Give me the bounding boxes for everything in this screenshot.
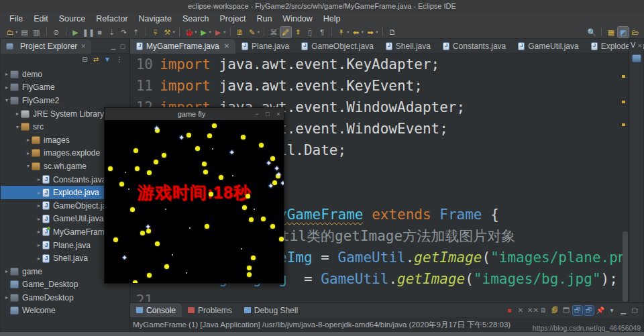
tree-item-demo[interactable]: ▸demo [1, 68, 129, 81]
chevron-collapsed-icon[interactable]: ▸ [25, 137, 32, 143]
restore-view-icon[interactable] [632, 54, 641, 62]
menu-refactor[interactable]: Refactor [91, 12, 133, 25]
maximize-icon[interactable]: □ [262, 111, 273, 117]
warning-marker[interactable] [622, 123, 625, 126]
dropdown-arrow-icon[interactable]: ▾ [347, 30, 350, 35]
tree-item-gamedesktop[interactable]: ▸GameDesktop [1, 291, 129, 304]
view-menu-icon[interactable]: ⋮ [116, 56, 123, 64]
chevron-collapsed-icon[interactable]: ▸ [14, 111, 21, 117]
chevron-collapsed-icon[interactable]: ▸ [36, 256, 42, 262]
java-perspective-icon[interactable]: ◩ [618, 27, 629, 38]
remove-all-icon[interactable]: ✕✕ [527, 306, 537, 315]
dropdown-arrow-icon[interactable]: ▾ [195, 30, 197, 35]
close-icon[interactable]: ✕ [80, 43, 86, 50]
menu-project[interactable]: Project [215, 12, 252, 25]
menu-window[interactable]: Window [277, 12, 317, 25]
coverage-icon[interactable]: ▶ [213, 27, 223, 38]
editor-tab-plane-java[interactable]: Plane.java [235, 39, 295, 54]
warning-marker[interactable] [622, 101, 625, 103]
remove-launch-icon[interactable]: ✕ [516, 306, 525, 315]
resume-icon[interactable]: ▶ [70, 27, 81, 38]
profile-icon[interactable]: ⍫ [150, 27, 161, 38]
minimize-icon[interactable]: − [252, 111, 262, 117]
close-icon[interactable]: × [273, 111, 284, 117]
debug-icon[interactable]: 🐞 [184, 27, 195, 38]
search-flashlight-icon[interactable]: ✎ [247, 27, 258, 38]
chevron-collapsed-icon[interactable]: ▸ [25, 150, 32, 156]
minimize-icon[interactable]: ▁ [619, 306, 628, 315]
maximize-icon[interactable]: ▢ [630, 306, 639, 315]
menu-file[interactable]: File [4, 12, 28, 25]
clear-console-icon[interactable]: 🗎 [539, 306, 548, 315]
chevron-collapsed-icon[interactable]: ▸ [36, 190, 42, 196]
debug-perspective-icon[interactable]: 🗁 [630, 27, 641, 38]
menu-navigate[interactable]: Navigate [133, 12, 177, 25]
editor-tab-gameutil-java[interactable]: GameUtil.java [512, 39, 584, 54]
menu-help[interactable]: Help [318, 12, 346, 25]
dropdown-arrow-icon[interactable]: ▾ [258, 30, 260, 35]
editor-tab-gameobject-java[interactable]: GameObject.java [295, 39, 380, 54]
maximize-icon[interactable]: ▢ [119, 43, 125, 50]
editor-tab-mygameframe-java[interactable]: MyGameFrame.java✕ [130, 39, 235, 54]
chevron-collapsed-icon[interactable]: ▸ [3, 268, 10, 274]
save-all-icon[interactable]: ▥ [32, 27, 42, 38]
word-wrap-icon[interactable]: 🗔 [561, 306, 571, 315]
collapse-all-icon[interactable]: ⊟ [82, 56, 87, 64]
editor-tab-constants-java[interactable]: Constants.java [437, 39, 512, 54]
new-file-icon[interactable]: 🗋 [387, 27, 398, 38]
chevron-collapsed-icon[interactable]: ▸ [36, 176, 42, 182]
dropdown-arrow-icon[interactable]: ▾ [223, 30, 226, 35]
chevron-collapsed-icon[interactable]: ▸ [36, 242, 42, 248]
chevron-expanded-icon[interactable]: ▾ [3, 97, 10, 103]
editor-tab-shell-java[interactable]: Shell.java [380, 39, 437, 54]
prev-annotation-icon[interactable]: ⇞ [292, 27, 303, 38]
pin-console-icon[interactable]: 📌 [596, 306, 605, 315]
new-class-icon[interactable]: 🗎 [235, 27, 246, 38]
close-icon[interactable]: ✕ [224, 42, 229, 50]
skip-breakpoints-icon[interactable]: ⊘ [51, 27, 62, 38]
tree-item-flygame[interactable]: ▸FlyGame [1, 81, 129, 95]
chevron-collapsed-icon[interactable]: ▸ [3, 85, 10, 91]
game-canvas[interactable]: 游戏时间:18秒 ✦✦✦✦✦✦✦✦✦✦ [105, 120, 284, 283]
chevron-collapsed-icon[interactable]: ▸ [36, 216, 42, 222]
dropdown-arrow-icon[interactable]: ▾ [376, 30, 378, 35]
menu-search[interactable]: Search [177, 12, 215, 25]
show-stderr-icon[interactable]: 🗗 [584, 306, 594, 315]
open-type-icon[interactable]: ⌘ [268, 27, 279, 38]
mark-occurrences-icon[interactable]: 🖉 [280, 27, 291, 38]
tree-item-flygame2[interactable]: ▾FlyGame2 [1, 94, 129, 107]
chevron-expanded-icon[interactable]: ▾ [25, 163, 32, 169]
terminate-icon[interactable]: ■ [504, 306, 514, 315]
chevron-collapsed-icon[interactable]: ▸ [36, 203, 42, 209]
external-tools-icon[interactable]: ⚒ [162, 27, 173, 38]
dropdown-arrow-icon[interactable]: ▾ [15, 30, 18, 35]
console-tab-debug-shell[interactable]: Debug Shell [238, 303, 304, 317]
back-icon[interactable]: ⬅ [351, 27, 362, 38]
tree-item-welcome[interactable]: Welcome [1, 304, 129, 318]
open-perspective-icon[interactable]: ▦ [606, 27, 616, 38]
show-stdout-icon[interactable]: 🗗 [573, 306, 582, 315]
step-into-icon[interactable]: ⇣ [107, 27, 117, 38]
chevron-collapsed-icon[interactable]: ▸ [3, 71, 10, 77]
dropdown-arrow-icon[interactable]: ▾ [209, 30, 212, 35]
search-icon[interactable]: 🔍 [586, 27, 597, 38]
menu-run[interactable]: Run [251, 12, 277, 25]
link-editor-icon[interactable]: ⇄ [93, 56, 99, 64]
last-edit-icon[interactable]: 🖈 [336, 27, 347, 38]
chevron-expanded-icon[interactable]: ▾ [14, 124, 21, 130]
chevron-collapsed-icon[interactable]: ▸ [3, 294, 10, 300]
dropdown-arrow-icon[interactable]: ▾ [362, 30, 364, 35]
run-icon[interactable]: ▶ [199, 27, 209, 38]
step-return-icon[interactable]: ⇡ [131, 27, 142, 38]
pilcrow-icon[interactable]: ¶ [317, 27, 327, 38]
forward-icon[interactable]: ➡ [365, 27, 376, 38]
editor-scrollbar[interactable] [623, 231, 628, 302]
save-icon[interactable]: ▤ [19, 27, 30, 38]
menu-edit[interactable]: Edit [28, 12, 54, 25]
game-titlebar[interactable]: game fly − □ × [105, 108, 284, 120]
chevron-collapsed-icon[interactable]: ▸ [36, 229, 42, 235]
minimize-icon[interactable]: ▁ [111, 43, 116, 50]
open-console-icon[interactable]: ▾ [607, 306, 616, 315]
warning-marker[interactable] [622, 75, 625, 78]
console-tab-console[interactable]: Console [130, 303, 182, 317]
